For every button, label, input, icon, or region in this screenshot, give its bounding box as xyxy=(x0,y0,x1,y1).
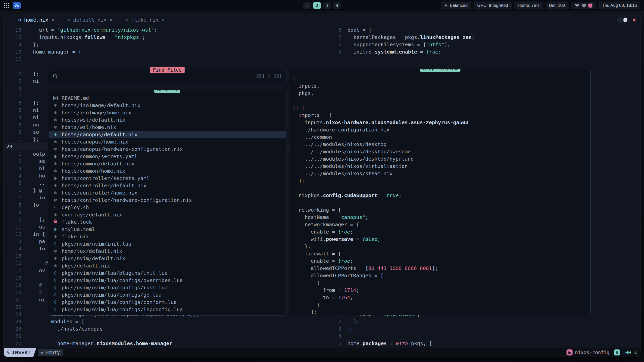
preview-line: } xyxy=(293,301,590,308)
file-name: hosts/common/secrets.yaml xyxy=(62,153,137,159)
result-counter: 251 / 251 xyxy=(256,73,282,79)
line-number xyxy=(331,56,341,63)
file-result-row[interactable]: ☾pkgs/nvim/nvim/lua/configs/go.lua xyxy=(49,291,286,298)
mode-indicator: ✎ INSERT xyxy=(4,348,36,357)
file-result-row[interactable]: ⚙hosts/controller/secrets.yaml xyxy=(49,174,286,182)
file-result-row[interactable]: ❄hosts/controller/hardware-configuration… xyxy=(49,196,286,204)
line-number: 2 xyxy=(331,318,341,325)
search-icon xyxy=(53,73,58,79)
line-number: 27 xyxy=(4,340,21,347)
file-result-row[interactable]: ❄pkgs/default.nix xyxy=(49,262,286,269)
preview-line: ../../modules/nixos/desktop/awesome xyxy=(293,148,590,155)
file-name: hosts/isoImage/default.nix xyxy=(62,102,140,108)
nix-icon: ❄ xyxy=(52,123,59,131)
tab-close-icon[interactable]: × xyxy=(162,17,165,23)
preview-line: nixpkgs.config.cudaSupport = true; xyxy=(293,192,590,199)
file-name: pkgs/nvim/nvim/lua/configs/conform.lua xyxy=(62,299,177,305)
tab-close-icon[interactable]: × xyxy=(110,17,113,23)
code-line: 16 url = "github:nix-community/nixos-wsl… xyxy=(4,26,331,34)
file-result-row[interactable]: ❄overlays/default.nix xyxy=(49,211,286,218)
logo-badge[interactable]: JW xyxy=(13,2,21,9)
scroll-position: ≡ 100 % xyxy=(614,349,637,355)
file-result-row[interactable]: ☾pkgs/nvim/nvim/lua/configs/overrides.lu… xyxy=(49,277,286,284)
tabline: ❄home.nix×❄default.nix×❄flake.nix× xyxy=(4,15,640,25)
file-name: home/tux/default.nix xyxy=(62,248,122,254)
file-result-row[interactable]: ⚙stylua.toml xyxy=(49,225,286,233)
file-result-row[interactable]: ❄hosts/wsl/home.nix xyxy=(49,123,286,131)
file-result-row[interactable]: ⚙hosts/common/secrets.yaml xyxy=(49,153,286,160)
lua-icon: ☾ xyxy=(52,240,59,247)
file-result-row[interactable]: ❄hosts/canopus/hardware-configuration.ni… xyxy=(49,145,286,153)
nix-icon: ❄ xyxy=(52,211,59,218)
file-result-row[interactable]: ❄hosts/controller/default.nix xyxy=(49,182,286,189)
workspace-2[interactable]: 2 xyxy=(313,2,321,9)
preview-line: inputs, xyxy=(293,82,590,90)
workspace-3[interactable]: 3 xyxy=(323,2,331,9)
clock[interactable]: Thu Aug 08, 18:16 xyxy=(598,2,640,10)
line-number: 24 xyxy=(4,318,21,325)
file-result-row[interactable]: ❄hosts/wsl/default.nix xyxy=(49,116,286,123)
preview-line: imports = [ xyxy=(293,112,590,119)
desktop: JW 1234 P: BalancedGPU: IntegratedHome: … xyxy=(0,0,644,362)
workspace-1[interactable]: 1 xyxy=(303,2,311,9)
preview-line xyxy=(293,199,590,206)
line-number: 14 xyxy=(4,245,21,252)
file-result-row[interactable]: ☾pkgs/nvim/nvim/init.lua xyxy=(49,240,286,247)
file-result-row[interactable]: ☾pkgs/nvim/nvim/lua/plugins/init.lua xyxy=(49,269,286,277)
line-number: 18 xyxy=(4,274,21,282)
yaml-icon: ⚙ xyxy=(52,153,59,160)
line-number: 7 xyxy=(331,34,341,41)
file-result-row[interactable]: ❄hosts/common/default.nix xyxy=(49,160,286,167)
window-close-button[interactable]: × xyxy=(632,16,636,23)
file-result-row[interactable]: flake.lock xyxy=(49,218,286,225)
file-name: hosts/canopus/home.nix xyxy=(62,139,128,145)
file-result-row[interactable]: ☾pkgs/nvim/nvim/lua/configs/lspconfig.lu… xyxy=(49,306,286,313)
tab-home.nix[interactable]: ❄home.nix× xyxy=(18,17,54,23)
line-number: 22 xyxy=(4,303,21,311)
line-number: 3 xyxy=(4,165,21,172)
line-number: 6 xyxy=(4,187,21,194)
line-number: 1 xyxy=(4,150,21,158)
file-result-row[interactable]: ❄hosts/common/home.nix xyxy=(49,167,286,174)
tab-label: home.nix xyxy=(24,17,48,23)
lua-icon: ☾ xyxy=(52,269,59,277)
workspace-4[interactable]: 4 xyxy=(333,2,341,9)
find-files-prompt[interactable]: Find Files 251 / 251 xyxy=(48,70,287,82)
line-number: 20 xyxy=(4,289,21,296)
file-result-row[interactable]: ❄home/tux/default.nix xyxy=(49,247,286,255)
line-number: 16 xyxy=(4,26,21,34)
file-result-row[interactable]: ☾pkgs/nvim/nvim/lua/configs/rust.lua xyxy=(49,284,286,291)
tab-flake.nix[interactable]: ❄flake.nix× xyxy=(126,17,165,23)
transparency-toggle[interactable] xyxy=(617,17,628,23)
nix-icon: ❄ xyxy=(52,233,59,240)
tab-default.nix[interactable]: ❄default.nix× xyxy=(67,17,112,23)
preview-line: ../../modules/nixos/virtualisation xyxy=(293,163,590,170)
file-result-row[interactable]: ❄hosts/isoImage/home.nix xyxy=(49,109,286,116)
file-result-row[interactable]: ❄hosts/canopus/default.nix xyxy=(49,131,286,138)
tab-label: default.nix xyxy=(73,17,106,23)
file-name: stylua.toml xyxy=(62,226,95,232)
top-bar: JW 1234 P: BalancedGPU: IntegratedHome: … xyxy=(0,0,644,11)
file-result-row[interactable]: ❄hosts/controller/home.nix xyxy=(49,189,286,196)
line-number: 4 xyxy=(331,333,341,340)
line-number: 8 xyxy=(4,85,21,92)
preview-line: hostName = "canopus"; xyxy=(293,214,590,221)
file-result-row[interactable]: MREADME.md xyxy=(49,94,286,102)
nix-icon: ❄ xyxy=(126,17,129,23)
file-result-row[interactable]: ❄pkgs/nvim/default.nix xyxy=(49,255,286,262)
apps-grid-icon[interactable] xyxy=(4,3,10,9)
line-number: 5 xyxy=(331,48,341,56)
line-number: 25 xyxy=(4,325,21,333)
line-number: 23 xyxy=(4,311,21,318)
line-number: 23 xyxy=(4,143,24,150)
tab-close-icon[interactable]: × xyxy=(51,17,54,23)
file-result-row[interactable]: >_deploy.sh xyxy=(49,204,286,211)
file-result-row[interactable]: ☾pkgs/nvim/nvim/lua/configs/conform.lua xyxy=(49,298,286,306)
line-number: 5 xyxy=(4,179,21,187)
status-module-3: Bat: 100 xyxy=(546,2,569,10)
preview-line: }: { xyxy=(293,104,590,112)
file-result-row[interactable]: ❄hosts/isoImage/default.nix xyxy=(49,102,286,109)
file-result-row[interactable]: ❄hosts/canopus/home.nix xyxy=(49,138,286,145)
line-number: 7 xyxy=(4,92,21,99)
file-result-row[interactable]: ❄flake.nix xyxy=(49,233,286,240)
